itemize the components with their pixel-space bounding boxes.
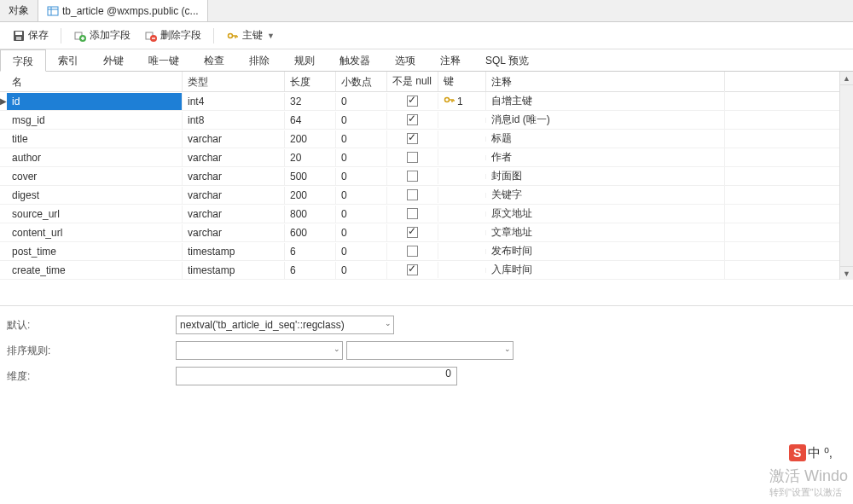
- header-notnull[interactable]: 不是 null: [387, 72, 438, 91]
- subtab-sqlpreview[interactable]: SQL 预览: [473, 49, 542, 71]
- header-comment[interactable]: 注释: [486, 72, 725, 91]
- cell-notnull[interactable]: [387, 187, 438, 203]
- header-length[interactable]: 长度: [285, 72, 336, 91]
- cell-comment[interactable]: 封面图: [486, 166, 725, 186]
- default-value-combo[interactable]: nextval('tb_article_id_seq'::regclass) ⌄: [176, 316, 394, 334]
- cell-key[interactable]: [438, 136, 486, 142]
- cell-length[interactable]: 64: [285, 112, 336, 129]
- checkbox[interactable]: [407, 114, 418, 125]
- checkbox[interactable]: [407, 264, 418, 275]
- cell-name[interactable]: post_time: [7, 243, 183, 260]
- cell-type[interactable]: varchar: [183, 187, 285, 204]
- subtab-rules[interactable]: 规则: [282, 49, 328, 71]
- subtab-exclude[interactable]: 排除: [237, 49, 282, 71]
- cell-comment[interactable]: 作者: [486, 148, 725, 167]
- cell-type[interactable]: varchar: [183, 168, 285, 185]
- header-type[interactable]: 类型: [183, 72, 285, 91]
- cell-decimal[interactable]: 0: [336, 187, 387, 204]
- subtab-fields[interactable]: 字段: [0, 49, 46, 72]
- cell-comment[interactable]: 标题: [486, 129, 725, 148]
- checkbox[interactable]: [407, 96, 418, 107]
- cell-decimal[interactable]: 0: [336, 243, 387, 260]
- tab-objects[interactable]: 对象: [0, 0, 38, 21]
- cell-notnull[interactable]: [387, 243, 438, 259]
- cell-comment[interactable]: 关键字: [486, 185, 725, 205]
- ime-indicator[interactable]: S 中 ⁰,: [789, 444, 833, 461]
- table-row[interactable]: authorvarchar200作者: [0, 148, 839, 167]
- cell-length[interactable]: 200: [285, 187, 336, 204]
- cell-notnull[interactable]: [387, 262, 438, 278]
- checkbox[interactable]: [407, 208, 418, 219]
- cell-notnull[interactable]: [387, 112, 438, 128]
- cell-key[interactable]: [438, 193, 486, 198]
- cell-name[interactable]: id: [7, 93, 183, 110]
- cell-length[interactable]: 20: [285, 149, 336, 166]
- collation-combo-1[interactable]: ⌄: [176, 341, 343, 360]
- dimension-input[interactable]: 0: [176, 367, 457, 385]
- table-row[interactable]: content_urlvarchar6000文章地址: [0, 223, 839, 242]
- subtab-indexes[interactable]: 索引: [46, 49, 91, 71]
- cell-notnull[interactable]: [387, 168, 438, 184]
- scroll-down-icon[interactable]: ▼: [840, 266, 853, 280]
- scroll-up-icon[interactable]: ▲: [840, 72, 853, 85]
- cell-key[interactable]: [438, 211, 486, 217]
- tab-table-editor[interactable]: tb_article @wxmps.public (c...: [38, 0, 208, 21]
- subtab-foreignkeys[interactable]: 外键: [91, 49, 136, 71]
- checkbox[interactable]: [407, 189, 418, 200]
- add-field-button[interactable]: 添加字段: [68, 26, 136, 45]
- save-button[interactable]: 保存: [7, 26, 54, 45]
- subtab-options[interactable]: 选项: [383, 49, 428, 71]
- table-row[interactable]: msg_idint8640消息id (唯一): [0, 111, 839, 130]
- cell-type[interactable]: varchar: [183, 206, 285, 223]
- table-row[interactable]: source_urlvarchar8000原文地址: [0, 205, 839, 223]
- cell-type[interactable]: timestamp: [183, 262, 285, 279]
- cell-key[interactable]: [438, 174, 486, 179]
- header-key[interactable]: 键: [438, 72, 486, 91]
- cell-notnull[interactable]: [387, 130, 438, 147]
- cell-length[interactable]: 600: [285, 224, 336, 241]
- table-row[interactable]: ▶idint43201自增主键: [0, 92, 839, 111]
- cell-name[interactable]: create_time: [7, 262, 183, 279]
- cell-type[interactable]: varchar: [183, 224, 285, 241]
- cell-key[interactable]: [438, 155, 486, 160]
- subtab-unique[interactable]: 唯一键: [136, 49, 192, 71]
- cell-comment[interactable]: 消息id (唯一): [486, 110, 725, 130]
- cell-name[interactable]: title: [7, 130, 183, 148]
- cell-decimal[interactable]: 0: [336, 262, 387, 279]
- subtab-triggers[interactable]: 触发器: [328, 49, 383, 71]
- primary-key-button[interactable]: 主键 ▼: [221, 26, 280, 45]
- cell-decimal[interactable]: 0: [336, 93, 387, 110]
- cell-type[interactable]: int4: [183, 93, 285, 110]
- checkbox[interactable]: [407, 246, 418, 257]
- cell-decimal[interactable]: 0: [336, 224, 387, 241]
- cell-name[interactable]: author: [7, 149, 183, 166]
- cell-key[interactable]: [438, 249, 486, 254]
- header-decimal[interactable]: 小数点: [336, 72, 387, 91]
- cell-length[interactable]: 200: [285, 130, 336, 148]
- cell-notnull[interactable]: [387, 224, 438, 240]
- cell-notnull[interactable]: [387, 206, 438, 222]
- cell-key[interactable]: [438, 268, 486, 273]
- cell-comment[interactable]: 入库时间: [486, 260, 725, 280]
- cell-type[interactable]: timestamp: [183, 243, 285, 260]
- cell-notnull[interactable]: [387, 149, 438, 165]
- cell-key[interactable]: 1: [438, 92, 486, 110]
- cell-name[interactable]: content_url: [7, 224, 183, 241]
- cell-length[interactable]: 32: [285, 93, 336, 110]
- checkbox[interactable]: [407, 133, 418, 144]
- cell-comment[interactable]: 发布时间: [486, 241, 725, 261]
- cell-name[interactable]: msg_id: [7, 112, 183, 129]
- checkbox[interactable]: [407, 227, 418, 238]
- cell-type[interactable]: varchar: [183, 130, 285, 148]
- cell-length[interactable]: 800: [285, 206, 336, 223]
- table-row[interactable]: create_timetimestamp60入库时间: [0, 261, 839, 280]
- table-row[interactable]: post_timetimestamp60发布时间: [0, 242, 839, 261]
- cell-decimal[interactable]: 0: [336, 149, 387, 166]
- cell-notnull[interactable]: [387, 93, 438, 109]
- table-row[interactable]: titlevarchar2000标题: [0, 130, 839, 148]
- subtab-check[interactable]: 检查: [192, 49, 237, 71]
- cell-key[interactable]: [438, 230, 486, 235]
- header-name[interactable]: 名: [7, 72, 183, 91]
- subtab-comment[interactable]: 注释: [428, 49, 473, 71]
- cell-name[interactable]: cover: [7, 168, 183, 185]
